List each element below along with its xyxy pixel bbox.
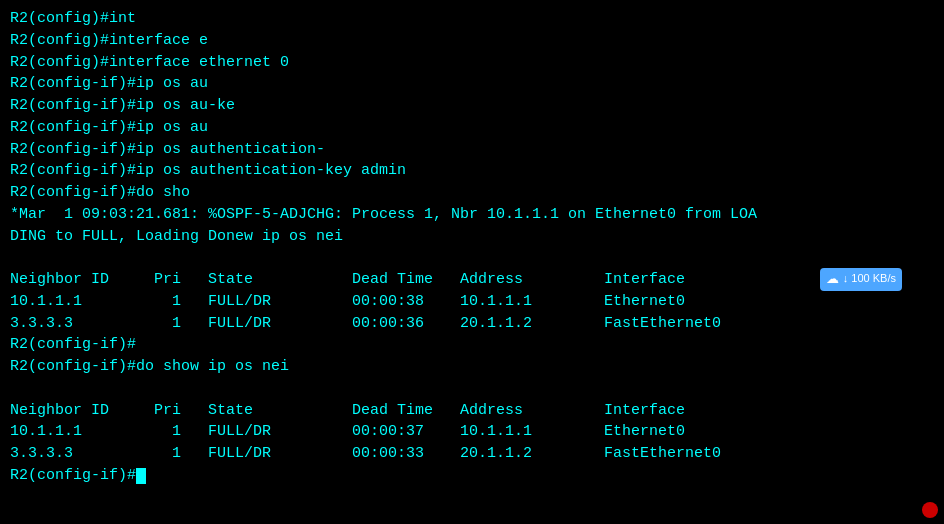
speed-label: ↓ 100 KB/s <box>843 271 896 287</box>
terminal-cursor <box>136 468 146 484</box>
terminal-line-2: R2(config)#interface e <box>10 30 934 52</box>
terminal-line-17: R2(config-if)#do show ip os nei <box>10 356 934 378</box>
terminal-line-1: R2(config)#int <box>10 8 934 30</box>
terminal[interactable]: R2(config)#int R2(config)#interface e R2… <box>0 0 944 524</box>
terminal-line-16: R2(config-if)# <box>10 334 934 356</box>
terminal-line-4: R2(config-if)#ip os au <box>10 73 934 95</box>
terminal-line-14: 10.1.1.1 1 FULL/DR 00:00:38 10.1.1.1 Eth… <box>10 291 934 313</box>
terminal-line-15: 3.3.3.3 1 FULL/DR 00:00:36 20.1.1.2 Fast… <box>10 313 934 335</box>
cloud-icon: ☁ <box>826 270 839 289</box>
terminal-line-18 <box>10 378 934 400</box>
terminal-line-5: R2(config-if)#ip os au-ke <box>10 95 934 117</box>
terminal-line-6: R2(config-if)#ip os au <box>10 117 934 139</box>
terminal-line-13: Neighbor ID Pri State Dead Time Address … <box>10 269 934 291</box>
terminal-line-3: R2(config)#interface ethernet 0 <box>10 52 934 74</box>
terminal-line-8: R2(config-if)#ip os authentication-key a… <box>10 160 934 182</box>
terminal-prompt: R2(config-if)# <box>10 467 136 484</box>
terminal-line-7: R2(config-if)#ip os authentication- <box>10 139 934 161</box>
terminal-prompt-line[interactable]: R2(config-if)# <box>10 465 934 487</box>
terminal-line-21: 3.3.3.3 1 FULL/DR 00:00:33 20.1.1.2 Fast… <box>10 443 934 465</box>
terminal-line-9: R2(config-if)#do sho <box>10 182 934 204</box>
terminal-line-19: Neighbor ID Pri State Dead Time Address … <box>10 400 934 422</box>
speed-badge: ☁ ↓ 100 KB/s <box>820 268 902 291</box>
terminal-line-12 <box>10 247 934 269</box>
status-indicator <box>922 502 938 518</box>
terminal-line-11: DING to FULL, Loading Donew ip os nei <box>10 226 934 248</box>
terminal-line-10: *Mar 1 09:03:21.681: %OSPF-5-ADJCHG: Pro… <box>10 204 934 226</box>
terminal-line-20: 10.1.1.1 1 FULL/DR 00:00:37 10.1.1.1 Eth… <box>10 421 934 443</box>
